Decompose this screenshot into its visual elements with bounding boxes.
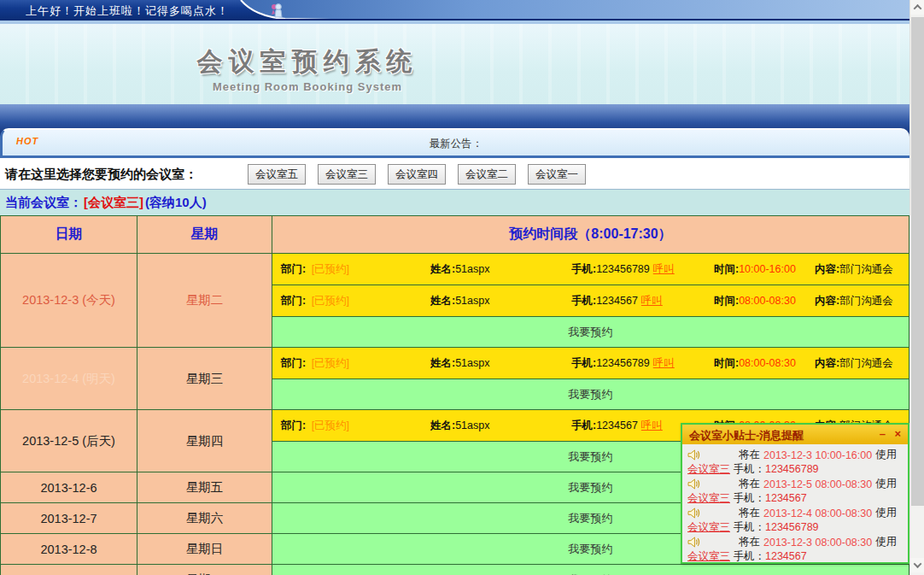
msg-phone-value: 1234567 (765, 492, 807, 504)
call-link[interactable]: 呼叫 (641, 295, 663, 307)
room-button-4[interactable]: 会议室二 (458, 164, 516, 185)
dept-label: 部门: (281, 420, 306, 431)
booking-name-field: 姓名:51aspx (430, 262, 571, 277)
weekday-cell: 星期三 (137, 348, 272, 410)
weekday-cell: 星期日 (137, 534, 272, 565)
msg-pre: 将在 (739, 477, 760, 491)
name-label: 姓名: (430, 263, 455, 275)
date-cell: 2013-12-4 (明天) (1, 348, 137, 410)
msg-post: 使用 (875, 535, 897, 549)
minimize-button[interactable]: – (880, 427, 886, 440)
room-link[interactable]: 会议室三 (687, 492, 730, 504)
booking-entry: 部门: [已预约]姓名:51aspx手机:123456789呼叫时间:10:00… (272, 254, 909, 285)
booking-phone-field: 手机:123456789呼叫 (571, 262, 714, 277)
navy-band: HOT 最新公告： (0, 104, 909, 155)
booking-dept-field: 部门: [已预约] (281, 262, 430, 277)
content-value: 部门沟通会 (839, 295, 893, 307)
name-value: 51aspx (455, 420, 489, 431)
time-value: 08:00-08:30 (739, 357, 796, 369)
scroll-up-button[interactable] (910, 0, 924, 15)
name-value: 51aspx (455, 295, 489, 307)
msg-datetime: 2013-12-5 08:00-08:30 (763, 478, 872, 490)
room-link[interactable]: 会议室三 (687, 521, 730, 533)
booking-time-field: 时间:08:00-08:30 (714, 294, 815, 308)
msg-phone-value: 123456789 (765, 521, 819, 533)
dept-label: 部门: (281, 263, 306, 275)
date-cell: 2013-12-6 (1, 472, 137, 503)
msg-pre: 将在 (739, 506, 760, 520)
current-room-label: 当前会议室： (5, 195, 82, 209)
msg-post: 使用 (875, 448, 897, 462)
current-room-capacity: (容纳10人) (145, 195, 207, 209)
free-slot-cell: 我要预约 (272, 379, 909, 410)
weekday-cell: 星期四 (137, 410, 272, 472)
booking-name-field: 姓名:51aspx (430, 294, 571, 308)
weekday-cell: 星期一 (137, 565, 272, 575)
free-slot-cell: 我要预约 (272, 317, 909, 348)
booking-slot-cell: 部门: [已预约]姓名:51aspx手机:123456789呼叫时间:10:00… (272, 254, 909, 285)
room-button-1[interactable]: 会议室五 (248, 164, 306, 185)
chevron-down-icon (914, 560, 922, 568)
mascot-icon (268, 2, 285, 19)
booked-status: [已预约] (308, 263, 349, 275)
logo-title: 会议室预约系统 (192, 44, 423, 79)
room-button-2[interactable]: 会议室三 (318, 164, 376, 185)
msg-pre: 将在 (739, 535, 760, 549)
reminder-message: 将在2013-12-5 08:00-08:30使用会议室三 手机：1234567 (687, 477, 903, 506)
date-cell: 2013-12-5 (后天) (1, 410, 137, 472)
msg-datetime: 2013-12-3 10:00-16:00 (763, 449, 872, 461)
announcement-bar: HOT 最新公告： (0, 128, 909, 155)
time-value: 10:00-16:00 (739, 263, 796, 275)
phone-label: 手机: (571, 357, 596, 369)
phone-label: 手机: (571, 295, 596, 307)
book-now-link[interactable]: 我要预约 (569, 326, 613, 338)
logo-subtitle: Meeting Room Booking System (192, 80, 423, 93)
msg-datetime: 2013-12-3 08:00-08:30 (763, 537, 872, 549)
booking-slot-cell: 部门: [已预约]姓名:51aspx手机:123456789呼叫时间:08:00… (272, 348, 909, 379)
room-button-3[interactable]: 会议室四 (388, 164, 446, 185)
table-row: 2013-12-9星期一我要预约 (1, 565, 909, 575)
booking-slot-cell: 部门: [已预约]姓名:51aspx手机:1234567呼叫时间:08:00-0… (272, 285, 909, 317)
book-now-link[interactable]: 我要预约 (569, 512, 613, 525)
content-label: 内容: (815, 295, 839, 307)
call-link[interactable]: 呼叫 (641, 420, 663, 431)
logo: 会议室预约系统 Meeting Room Booking System (192, 44, 423, 93)
time-value: 08:00-08:30 (739, 295, 796, 307)
phone-label: 手机: (571, 263, 596, 275)
close-icon[interactable]: × (894, 427, 901, 440)
phone-value: 1234567 (596, 295, 638, 307)
book-now-link[interactable]: 我要预约 (569, 481, 613, 494)
book-now-link[interactable]: 我要预约 (569, 450, 613, 463)
msg-phone-value: 1234567 (765, 550, 807, 562)
msg-phone-label: 手机： (730, 463, 765, 475)
room-link[interactable]: 会议室三 (687, 463, 730, 475)
booking-time-field: 时间:10:00-16:00 (714, 262, 815, 277)
phone-label: 手机: (571, 420, 596, 431)
scroll-down-button[interactable] (910, 558, 924, 572)
table-header-row: 日期星期预约时间段（8:00-17:30） (1, 216, 909, 254)
date-cell: 2013-12-8 (1, 534, 137, 565)
topbar-swoosh (229, 0, 909, 21)
booking-content-field: 内容:部门沟通会 (815, 262, 909, 277)
dept-label: 部门: (281, 357, 306, 369)
name-label: 姓名: (430, 295, 455, 307)
scrollbar-thumb[interactable] (911, 17, 924, 506)
popup-title-bar[interactable]: 会议室小贴士-消息提醒 – × (682, 425, 908, 444)
call-link[interactable]: 呼叫 (653, 263, 675, 275)
weekday-cell: 星期六 (137, 503, 272, 534)
room-link[interactable]: 会议室三 (687, 550, 730, 562)
speaker-icon (687, 449, 701, 461)
booking-entry: 部门: [已预约]姓名:51aspx手机:123456789呼叫时间:08:00… (272, 348, 909, 378)
time-label: 时间: (714, 263, 739, 275)
booking-name-field: 姓名:51aspx (430, 356, 571, 371)
book-now-link[interactable]: 我要预约 (569, 388, 613, 401)
msg-phone-value: 123456789 (765, 463, 819, 475)
call-link[interactable]: 呼叫 (653, 357, 675, 369)
scrollbar[interactable] (909, 0, 924, 575)
speaker-icon (687, 508, 701, 519)
reminder-message: 将在2013-12-4 08:00-08:30使用会议室三 手机：1234567… (687, 506, 903, 535)
book-now-link[interactable]: 我要预约 (569, 543, 613, 555)
booked-status: [已预约] (308, 357, 349, 369)
room-button-5[interactable]: 会议室一 (528, 164, 586, 185)
reminder-line-1: 将在2013-12-4 08:00-08:30使用 (687, 506, 903, 520)
